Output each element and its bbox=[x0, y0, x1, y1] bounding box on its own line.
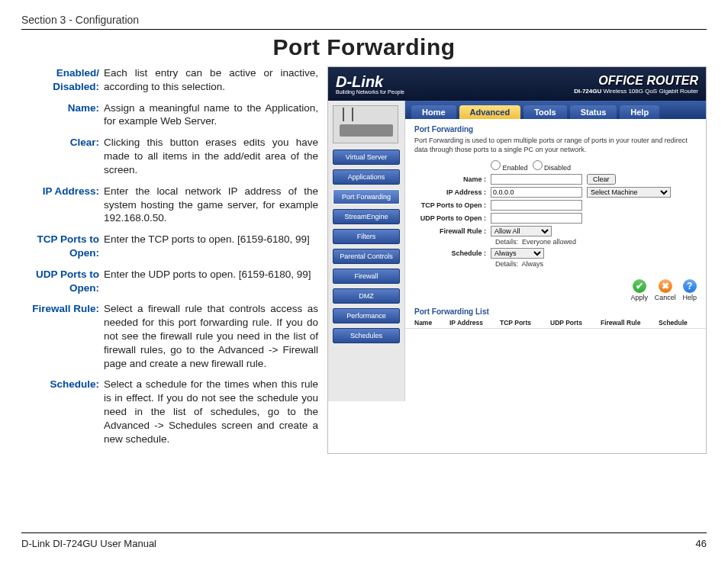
machine-select[interactable]: Select Machine bbox=[587, 187, 671, 198]
panel-title: Port Forwarding bbox=[414, 125, 697, 134]
tcp-label: TCP Ports to Open : bbox=[414, 201, 491, 209]
tab-tools[interactable]: Tools bbox=[523, 105, 567, 119]
tab-status[interactable]: Status bbox=[570, 105, 617, 119]
name-input[interactable] bbox=[491, 174, 582, 185]
definition-row: Clear:Clicking this button erases edits … bbox=[21, 136, 318, 176]
page-number: 46 bbox=[696, 538, 707, 549]
clear-button[interactable]: Clear bbox=[587, 174, 616, 185]
router-screenshot: D-Link Building Networks for People OFFI… bbox=[327, 66, 707, 454]
column-header: Firewall Rule bbox=[601, 319, 654, 327]
footer-left: D-Link DI-724GU User Manual bbox=[21, 538, 156, 549]
tab-advanced[interactable]: Advanced bbox=[459, 105, 521, 119]
name-label: Name : bbox=[414, 175, 491, 183]
definition-label: Schedule: bbox=[21, 378, 104, 446]
sidenav-streamengine[interactable]: StreamEngine bbox=[333, 209, 400, 224]
list-header: NameIP AddressTCP PortsUDP PortsFirewall… bbox=[405, 317, 706, 329]
column-header: Name bbox=[414, 319, 445, 327]
tcp-input[interactable] bbox=[491, 200, 582, 211]
apply-button[interactable]: ✔Apply bbox=[630, 279, 648, 301]
help-button[interactable]: ?Help bbox=[682, 279, 697, 301]
definition-label: Name: bbox=[21, 101, 104, 129]
schedule-select[interactable]: Always bbox=[491, 248, 544, 259]
sidenav-performance[interactable]: Performance bbox=[333, 308, 400, 323]
product-title: OFFICE ROUTER bbox=[574, 74, 698, 88]
sidenav-port-forwarding[interactable]: Port Forwarding bbox=[333, 189, 400, 204]
definition-row: TCP Ports to Open:Enter the TCP ports to… bbox=[21, 233, 318, 260]
definition-text: Enter the TCP ports to open. [6159-6180,… bbox=[104, 233, 318, 260]
tab-home[interactable]: Home bbox=[411, 105, 456, 119]
udp-label: UDP Ports to Open : bbox=[414, 214, 491, 222]
ip-input[interactable] bbox=[491, 187, 582, 198]
panel-description: Port Forwarding is used to open multiple… bbox=[414, 137, 697, 154]
disabled-radio[interactable]: Disabled bbox=[533, 160, 572, 172]
definition-text: Clicking this button erases edits you ha… bbox=[104, 136, 318, 176]
column-header: UDP Ports bbox=[550, 319, 596, 327]
brand-logo: D-Link bbox=[336, 73, 383, 90]
definition-row: Schedule:Select a schedule for the times… bbox=[21, 378, 318, 446]
sidenav-dmz[interactable]: DMZ bbox=[333, 288, 400, 304]
tab-bar: HomeAdvancedToolsStatusHelp bbox=[405, 101, 706, 119]
firewall-details: Everyone allowed bbox=[522, 238, 576, 246]
definition-text: Enter the UDP ports to open. [6159-6180,… bbox=[104, 268, 318, 295]
list-title: Port Forwarding List bbox=[405, 304, 706, 317]
definition-label: Clear: bbox=[21, 136, 104, 176]
udp-input[interactable] bbox=[491, 213, 582, 224]
definition-label: UDP Ports to Open: bbox=[21, 268, 104, 295]
sidenav-virtual-server[interactable]: Virtual Server bbox=[333, 150, 400, 165]
definition-text: Enter the local network IP address of th… bbox=[104, 185, 318, 225]
page-title: Port Forwarding bbox=[21, 34, 707, 60]
router-header: D-Link Building Networks for People OFFI… bbox=[328, 67, 706, 101]
product-desc: DI-724GU Wireless 108G QoS Gigabit Route… bbox=[574, 88, 698, 95]
sidenav-firewall[interactable]: Firewall bbox=[333, 269, 400, 284]
definition-text: Each list entry can be active or inactiv… bbox=[104, 66, 318, 94]
brand-tagline: Building Networks for People bbox=[336, 89, 404, 95]
definition-row: Firewall Rule:Select a firewall rule tha… bbox=[21, 302, 318, 370]
sidenav-schedules[interactable]: Schedules bbox=[333, 328, 400, 343]
sidenav-filters[interactable]: Filters bbox=[333, 229, 400, 244]
definition-label: Firewall Rule: bbox=[21, 302, 104, 370]
definition-text: Select a firewall rule that controls acc… bbox=[104, 302, 318, 370]
sidenav-applications[interactable]: Applications bbox=[333, 169, 400, 185]
definition-text: Select a schedule for the times when thi… bbox=[104, 378, 318, 446]
enabled-radio[interactable]: Enabled bbox=[491, 160, 528, 172]
router-illustration bbox=[333, 105, 398, 143]
schedule-label: Schedule : bbox=[414, 249, 491, 257]
definition-label: TCP Ports to Open: bbox=[21, 233, 104, 260]
definition-text: Assign a meaningful name to the Applicat… bbox=[104, 101, 318, 129]
firewall-select[interactable]: Allow All bbox=[491, 226, 552, 236]
sidenav-parental-controls[interactable]: Parental Controls bbox=[333, 249, 400, 264]
column-header: TCP Ports bbox=[500, 319, 546, 327]
definition-row: Enabled/ Disabled:Each list entry can be… bbox=[21, 66, 318, 94]
definition-label: IP Address: bbox=[21, 185, 104, 225]
section-header: Section 3 - Configuration bbox=[21, 14, 707, 30]
cancel-button[interactable]: ✖Cancel bbox=[655, 279, 676, 301]
definition-row: IP Address:Enter the local network IP ad… bbox=[21, 185, 318, 225]
firewall-label: Firewall Rule : bbox=[414, 227, 491, 235]
definition-row: Name:Assign a meaningful name to the App… bbox=[21, 101, 318, 129]
definition-label: Enabled/ Disabled: bbox=[21, 66, 104, 94]
ip-label: IP Address : bbox=[414, 188, 491, 196]
definitions-column: Enabled/ Disabled:Each list entry can be… bbox=[21, 66, 318, 454]
column-header: IP Address bbox=[449, 319, 495, 327]
tab-help[interactable]: Help bbox=[620, 105, 659, 119]
schedule-details: Always bbox=[522, 260, 544, 268]
column-header: Schedule bbox=[659, 319, 697, 327]
definition-row: UDP Ports to Open:Enter the UDP ports to… bbox=[21, 268, 318, 295]
